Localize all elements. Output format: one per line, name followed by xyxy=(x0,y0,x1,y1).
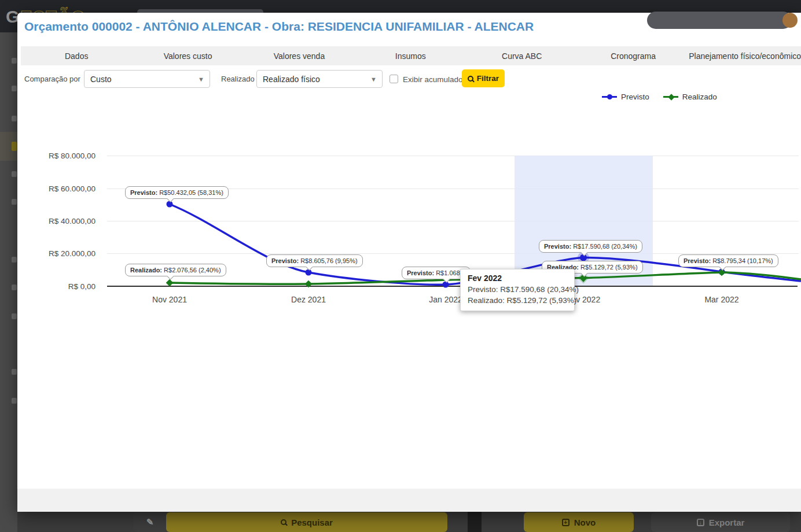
pesquisar-button[interactable]: Pesquisar xyxy=(166,512,447,532)
legend-previsto-label: Previsto xyxy=(621,93,649,101)
data-label-previsto-dez: PrevistoR$8.605,76 (9,95%) xyxy=(266,254,363,267)
chevron-down-icon: ▼ xyxy=(198,76,204,83)
filtrar-label: Filtrar xyxy=(477,74,499,83)
tooltip-realizado: Realizado: R$5.129,72 (5,93%) xyxy=(468,295,567,306)
app-search-pill[interactable] xyxy=(647,12,792,29)
pesquisar-label: Pesquisar xyxy=(291,518,333,527)
tooltip-previsto: Previsto: R$17.590,68 (20,34%) xyxy=(468,284,567,295)
orcamento-modal: Orçamento 000002 - ANTÔNIO ALENCAR - Obr… xyxy=(17,13,801,512)
panel-divider xyxy=(468,512,482,532)
app-sidebar xyxy=(0,32,17,532)
chevron-down-icon: ▼ xyxy=(370,76,377,83)
legend-realizado-label: Realizado xyxy=(682,93,717,101)
sidebar-icon[interactable] xyxy=(12,86,17,91)
sidebar-icon[interactable] xyxy=(12,171,17,177)
comparacao-select[interactable]: Custo ▼ xyxy=(84,70,210,88)
comparacao-label: Comparação por xyxy=(24,75,80,83)
sidebar-icon[interactable] xyxy=(12,369,17,375)
plus-icon: + xyxy=(562,519,569,526)
sidebar-item-active[interactable] xyxy=(0,132,17,161)
sidebar-icon[interactable] xyxy=(12,199,17,205)
chart-canvas[interactable] xyxy=(17,128,801,319)
sidebar-icon[interactable] xyxy=(12,313,17,319)
chart-legend: Previsto Realizado xyxy=(602,93,717,101)
exibir-acumulado-checkbox[interactable] xyxy=(390,75,398,83)
realizado-value: Realizado físico xyxy=(263,75,320,84)
modal-footer xyxy=(17,489,801,512)
chart-tooltip: Fev 2022 Previsto: R$17.590,68 (20,34%) … xyxy=(460,269,575,311)
sidebar-icon[interactable] xyxy=(12,58,17,64)
user-avatar[interactable] xyxy=(782,13,798,28)
previsto-marker-icon xyxy=(602,96,617,98)
tab-cronograma[interactable]: Cronograma xyxy=(578,46,689,65)
exibir-acumulado-label: Exibir acumulado xyxy=(403,75,463,84)
data-label-previsto-fev: PrevistoR$17.590,68 (20,34%) xyxy=(539,240,642,253)
search-icon xyxy=(281,519,286,525)
chart-area[interactable]: R$ 80.000,00 R$ 60.000,00 R$ 40.000,00 R… xyxy=(17,128,801,319)
realizado-marker-icon xyxy=(663,96,678,98)
sidebar-active-icon xyxy=(12,142,17,151)
realizado-label: Realizado xyxy=(221,75,255,83)
pencil-icon: ✎ xyxy=(146,517,154,527)
tab-dados[interactable]: Dados xyxy=(21,46,132,65)
realizado-point xyxy=(166,279,174,287)
realizado-point xyxy=(305,280,313,288)
tab-insumos[interactable]: Insumos xyxy=(355,46,466,65)
screen: GESTÃO ✎ Pesquisar + Novo xyxy=(0,0,801,532)
tab-valores-venda[interactable]: Valores venda xyxy=(244,46,355,65)
data-label-previsto-nov: PrevistoR$50.432,05 (58,31%) xyxy=(125,186,229,199)
legend-item-realizado[interactable]: Realizado xyxy=(663,93,717,101)
exportar-label: Exportar xyxy=(709,518,745,527)
novo-button[interactable]: + Novo xyxy=(524,512,634,532)
comparacao-value: Custo xyxy=(90,75,112,84)
exportar-button[interactable]: ↓ Exportar xyxy=(651,512,790,532)
tab-curva-abc[interactable]: Curva ABC xyxy=(466,46,578,65)
realizado-select[interactable]: Realizado físico ▼ xyxy=(256,70,383,88)
search-icon xyxy=(468,76,473,82)
sidebar-icon[interactable] xyxy=(12,285,17,290)
legend-item-previsto[interactable]: Previsto xyxy=(602,93,649,101)
edit-button[interactable]: ✎ xyxy=(133,512,167,532)
data-label-previsto-mar: PrevistoR$8.795,34 (10,17%) xyxy=(678,254,778,267)
tooltip-title: Fev 2022 xyxy=(468,274,567,283)
export-icon: ↓ xyxy=(697,519,704,526)
data-label-realizado-nov: RealizadoR$2.076,56 (2,40%) xyxy=(125,264,226,276)
sidebar-icon[interactable] xyxy=(12,398,17,404)
sidebar-icon[interactable] xyxy=(12,116,17,121)
tab-valores-custo[interactable]: Valores custo xyxy=(132,46,243,65)
novo-label: Novo xyxy=(574,518,596,527)
filtrar-button[interactable]: Filtrar xyxy=(462,69,505,87)
tab-planejamento[interactable]: Planejamento físico/econômico xyxy=(689,46,801,65)
modal-title: Orçamento 000002 - ANTÔNIO ALENCAR - Obr… xyxy=(24,20,534,34)
tab-bar: Dados Valores custo Valores venda Insumo… xyxy=(21,46,801,65)
sidebar-icon[interactable] xyxy=(12,257,17,263)
